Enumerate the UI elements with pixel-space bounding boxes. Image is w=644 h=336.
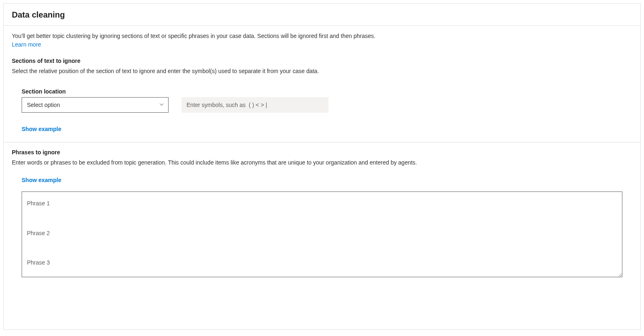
section-location-row: Select option bbox=[22, 97, 632, 113]
sections-ignore-description: Select the relative position of the sect… bbox=[4, 67, 640, 79]
phrases-ignore-title: Phrases to ignore bbox=[4, 142, 640, 159]
phrases-ignore-description: Enter words or phrases to be excluded fr… bbox=[4, 159, 640, 170]
data-cleaning-panel: Data cleaning You'll get better topic cl… bbox=[3, 3, 641, 330]
section-location-select[interactable]: Select option bbox=[22, 97, 169, 113]
learn-more-link[interactable]: Learn more bbox=[12, 41, 41, 48]
intro-section: You'll get better topic clustering by ig… bbox=[4, 26, 640, 51]
show-example-phrases-link[interactable]: Show example bbox=[4, 170, 61, 188]
page-title: Data cleaning bbox=[12, 10, 632, 20]
symbols-input[interactable] bbox=[182, 97, 329, 113]
section-location-label: Section location bbox=[22, 88, 632, 95]
section-location-select-wrap: Select option bbox=[22, 97, 169, 113]
show-example-sections-link[interactable]: Show example bbox=[4, 119, 61, 136]
phrases-textarea[interactable] bbox=[22, 191, 622, 277]
phrases-textarea-wrap bbox=[4, 188, 640, 278]
section-location-select-value: Select option bbox=[27, 102, 60, 108]
panel-header: Data cleaning bbox=[4, 4, 640, 26]
section-location-form: Section location Select option bbox=[4, 78, 640, 119]
intro-text: You'll get better topic clustering by ig… bbox=[12, 32, 632, 40]
sections-ignore-title: Sections of text to ignore bbox=[4, 51, 640, 67]
